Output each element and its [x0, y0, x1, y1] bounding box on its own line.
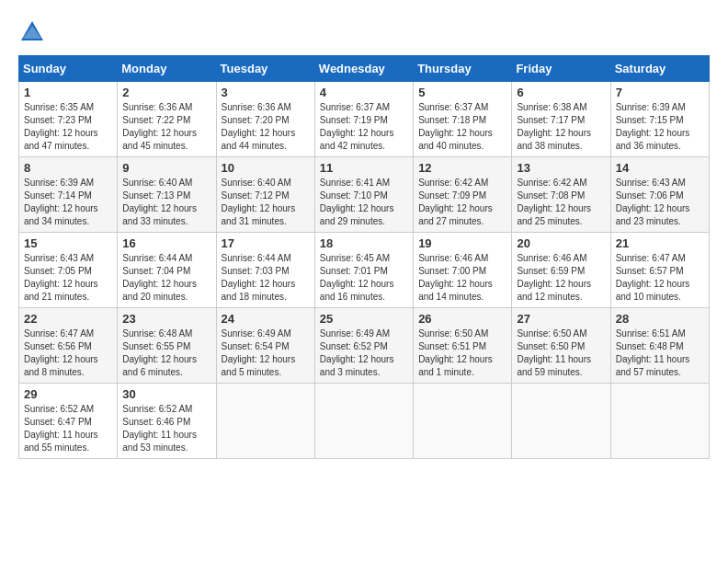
day-number: 16	[122, 236, 210, 250]
calendar-day-cell: 14 Sunrise: 6:43 AMSunset: 7:06 PMDaylig…	[610, 157, 709, 233]
calendar-day-cell	[314, 384, 413, 459]
day-info: Sunrise: 6:43 AMSunset: 7:05 PMDaylight:…	[24, 252, 112, 304]
page-container: SundayMondayTuesdayWednesdayThursdayFrid…	[18, 18, 710, 459]
day-info: Sunrise: 6:38 AMSunset: 7:17 PMDaylight:…	[517, 101, 605, 153]
header	[18, 18, 710, 46]
day-info: Sunrise: 6:46 AMSunset: 6:59 PMDaylight:…	[517, 252, 605, 304]
day-number: 2	[122, 86, 210, 99]
calendar-day-cell: 20 Sunrise: 6:46 AMSunset: 6:59 PMDaylig…	[512, 233, 610, 308]
weekday-header-cell: Friday	[512, 56, 610, 82]
weekday-header-cell: Monday	[118, 56, 216, 82]
calendar-day-cell: 29 Sunrise: 6:52 AMSunset: 6:47 PMDaylig…	[19, 384, 118, 459]
weekday-header-cell: Sunday	[19, 56, 118, 82]
calendar-day-cell: 27 Sunrise: 6:50 AMSunset: 6:50 PMDaylig…	[512, 308, 610, 384]
day-info: Sunrise: 6:51 AMSunset: 6:48 PMDaylight:…	[616, 327, 704, 379]
calendar-day-cell: 2 Sunrise: 6:36 AMSunset: 7:22 PMDayligh…	[118, 82, 216, 157]
calendar-day-cell	[610, 384, 709, 459]
calendar-day-cell: 13 Sunrise: 6:42 AMSunset: 7:08 PMDaylig…	[512, 157, 610, 233]
day-number: 26	[418, 312, 506, 326]
day-number: 23	[122, 312, 210, 326]
calendar-day-cell: 4 Sunrise: 6:37 AMSunset: 7:19 PMDayligh…	[314, 82, 413, 157]
day-number: 20	[517, 236, 605, 250]
day-number: 8	[24, 161, 112, 175]
day-info: Sunrise: 6:42 AMSunset: 7:08 PMDaylight:…	[517, 177, 605, 228]
day-info: Sunrise: 6:52 AMSunset: 6:47 PMDaylight:…	[24, 403, 112, 454]
day-number: 4	[320, 86, 408, 99]
calendar-day-cell: 16 Sunrise: 6:44 AMSunset: 7:04 PMDaylig…	[118, 233, 216, 308]
day-number: 6	[517, 86, 605, 99]
day-info: Sunrise: 6:47 AMSunset: 6:57 PMDaylight:…	[616, 252, 704, 304]
calendar-day-cell: 6 Sunrise: 6:38 AMSunset: 7:17 PMDayligh…	[512, 82, 610, 157]
day-info: Sunrise: 6:49 AMSunset: 6:54 PMDaylight:…	[222, 327, 310, 379]
day-number: 19	[418, 236, 506, 250]
calendar-week-row: 15 Sunrise: 6:43 AMSunset: 7:05 PMDaylig…	[19, 233, 710, 308]
day-info: Sunrise: 6:46 AMSunset: 7:00 PMDaylight:…	[418, 252, 506, 304]
calendar-body: 1 Sunrise: 6:35 AMSunset: 7:23 PMDayligh…	[19, 82, 710, 459]
day-number: 3	[222, 86, 310, 99]
day-number: 13	[517, 161, 605, 175]
calendar-day-cell: 17 Sunrise: 6:44 AMSunset: 7:03 PMDaylig…	[216, 233, 314, 308]
calendar-day-cell: 9 Sunrise: 6:40 AMSunset: 7:13 PMDayligh…	[118, 157, 216, 233]
day-info: Sunrise: 6:40 AMSunset: 7:13 PMDaylight:…	[122, 177, 210, 228]
calendar-day-cell: 23 Sunrise: 6:48 AMSunset: 6:55 PMDaylig…	[118, 308, 216, 384]
logo	[18, 18, 50, 46]
calendar-day-cell: 15 Sunrise: 6:43 AMSunset: 7:05 PMDaylig…	[19, 233, 118, 308]
calendar-day-cell: 18 Sunrise: 6:45 AMSunset: 7:01 PMDaylig…	[314, 233, 413, 308]
day-number: 29	[24, 387, 112, 401]
day-number: 25	[320, 312, 408, 326]
day-number: 1	[24, 86, 112, 99]
calendar-day-cell: 24 Sunrise: 6:49 AMSunset: 6:54 PMDaylig…	[216, 308, 314, 384]
calendar-day-cell: 1 Sunrise: 6:35 AMSunset: 7:23 PMDayligh…	[19, 82, 118, 157]
day-info: Sunrise: 6:50 AMSunset: 6:50 PMDaylight:…	[517, 327, 605, 379]
day-info: Sunrise: 6:45 AMSunset: 7:01 PMDaylight:…	[320, 252, 408, 304]
day-info: Sunrise: 6:47 AMSunset: 6:56 PMDaylight:…	[24, 327, 112, 379]
weekday-header-cell: Saturday	[610, 56, 709, 82]
calendar-day-cell: 26 Sunrise: 6:50 AMSunset: 6:51 PMDaylig…	[414, 308, 512, 384]
calendar-day-cell: 19 Sunrise: 6:46 AMSunset: 7:00 PMDaylig…	[414, 233, 512, 308]
day-number: 22	[24, 312, 112, 326]
day-info: Sunrise: 6:44 AMSunset: 7:04 PMDaylight:…	[122, 252, 210, 304]
calendar-day-cell: 3 Sunrise: 6:36 AMSunset: 7:20 PMDayligh…	[216, 82, 314, 157]
day-info: Sunrise: 6:41 AMSunset: 7:10 PMDaylight:…	[320, 177, 408, 228]
day-info: Sunrise: 6:40 AMSunset: 7:12 PMDaylight:…	[222, 177, 310, 228]
weekday-header-cell: Tuesday	[216, 56, 314, 82]
day-number: 27	[517, 312, 605, 326]
calendar-day-cell: 21 Sunrise: 6:47 AMSunset: 6:57 PMDaylig…	[610, 233, 709, 308]
day-info: Sunrise: 6:35 AMSunset: 7:23 PMDaylight:…	[24, 101, 112, 153]
calendar-day-cell	[216, 384, 314, 459]
day-info: Sunrise: 6:36 AMSunset: 7:22 PMDaylight:…	[122, 101, 210, 153]
day-number: 11	[320, 161, 408, 175]
calendar-day-cell: 5 Sunrise: 6:37 AMSunset: 7:18 PMDayligh…	[414, 82, 512, 157]
day-info: Sunrise: 6:50 AMSunset: 6:51 PMDaylight:…	[418, 327, 506, 379]
calendar-table: SundayMondayTuesdayWednesdayThursdayFrid…	[18, 55, 710, 459]
calendar-day-cell: 10 Sunrise: 6:40 AMSunset: 7:12 PMDaylig…	[216, 157, 314, 233]
weekday-header-cell: Thursday	[414, 56, 512, 82]
day-info: Sunrise: 6:37 AMSunset: 7:18 PMDaylight:…	[418, 101, 506, 153]
logo-icon	[18, 18, 46, 46]
calendar-day-cell: 12 Sunrise: 6:42 AMSunset: 7:09 PMDaylig…	[414, 157, 512, 233]
calendar-week-row: 22 Sunrise: 6:47 AMSunset: 6:56 PMDaylig…	[19, 308, 710, 384]
calendar-day-cell: 8 Sunrise: 6:39 AMSunset: 7:14 PMDayligh…	[19, 157, 118, 233]
day-info: Sunrise: 6:36 AMSunset: 7:20 PMDaylight:…	[222, 101, 310, 153]
day-info: Sunrise: 6:52 AMSunset: 6:46 PMDaylight:…	[122, 403, 210, 454]
day-number: 24	[222, 312, 310, 326]
day-info: Sunrise: 6:42 AMSunset: 7:09 PMDaylight:…	[418, 177, 506, 228]
day-info: Sunrise: 6:49 AMSunset: 6:52 PMDaylight:…	[320, 327, 408, 379]
day-number: 30	[122, 387, 210, 401]
day-number: 21	[616, 236, 704, 250]
calendar-day-cell: 7 Sunrise: 6:39 AMSunset: 7:15 PMDayligh…	[610, 82, 709, 157]
calendar-day-cell: 11 Sunrise: 6:41 AMSunset: 7:10 PMDaylig…	[314, 157, 413, 233]
calendar-week-row: 8 Sunrise: 6:39 AMSunset: 7:14 PMDayligh…	[19, 157, 710, 233]
day-number: 14	[616, 161, 704, 175]
svg-marker-1	[23, 26, 41, 39]
day-number: 7	[616, 86, 704, 99]
calendar-week-row: 1 Sunrise: 6:35 AMSunset: 7:23 PMDayligh…	[19, 82, 710, 157]
day-info: Sunrise: 6:39 AMSunset: 7:14 PMDaylight:…	[24, 177, 112, 228]
day-info: Sunrise: 6:43 AMSunset: 7:06 PMDaylight:…	[616, 177, 704, 228]
day-number: 28	[616, 312, 704, 326]
day-info: Sunrise: 6:39 AMSunset: 7:15 PMDaylight:…	[616, 101, 704, 153]
calendar-day-cell: 28 Sunrise: 6:51 AMSunset: 6:48 PMDaylig…	[610, 308, 709, 384]
day-number: 9	[122, 161, 210, 175]
day-info: Sunrise: 6:48 AMSunset: 6:55 PMDaylight:…	[122, 327, 210, 379]
calendar-day-cell	[512, 384, 610, 459]
